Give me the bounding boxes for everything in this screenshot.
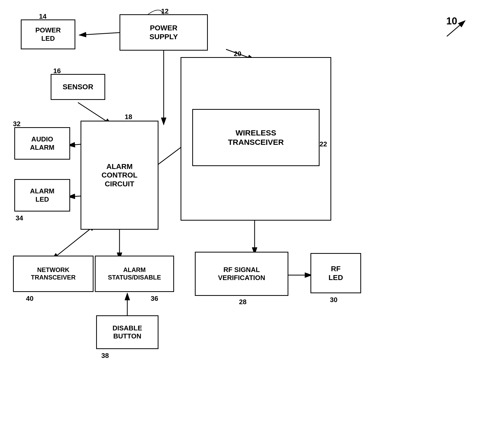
alarm-led-box: ALARMLED: [14, 179, 70, 212]
sensor-box: SENSOR: [51, 74, 105, 100]
alarm-control-box: ALARMCONTROLCIRCUIT: [81, 121, 158, 230]
wireless-transceiver-box: WIRELESSTRANSCEIVER: [192, 109, 320, 166]
num-12: 12: [161, 7, 169, 15]
num-14: 14: [39, 12, 47, 21]
power-supply-box: POWERSUPPLY: [120, 14, 208, 51]
num-40: 40: [26, 295, 34, 303]
svg-line-10: [52, 228, 91, 260]
num-38: 38: [101, 352, 109, 360]
network-transceiver-box: NETWORKTRANSCEIVER: [13, 256, 94, 292]
num-34: 34: [16, 214, 23, 222]
svg-line-3: [79, 32, 122, 35]
rf-led-box: RFLED: [310, 253, 361, 293]
diagram: 10: [0, 0, 504, 422]
power-led-box: POWERLED: [21, 19, 75, 49]
alarm-status-box: ALARMSTATUS/DISABLE: [95, 256, 174, 292]
num-20: 20: [234, 50, 241, 58]
num-22: 22: [320, 140, 327, 148]
rf-signal-box: RF SIGNALVERIFICATION: [195, 252, 288, 296]
audio-alarm-box: AUDIOALARM: [14, 127, 70, 160]
num-32: 32: [13, 120, 21, 128]
num-30: 30: [330, 296, 337, 304]
num-16: 16: [53, 67, 61, 75]
num-28: 28: [239, 298, 247, 306]
num-36: 36: [151, 295, 158, 303]
main-ref-label: 10: [446, 16, 457, 27]
disable-button-box: DISABLEBUTTON: [96, 315, 158, 349]
num-18: 18: [125, 113, 132, 121]
